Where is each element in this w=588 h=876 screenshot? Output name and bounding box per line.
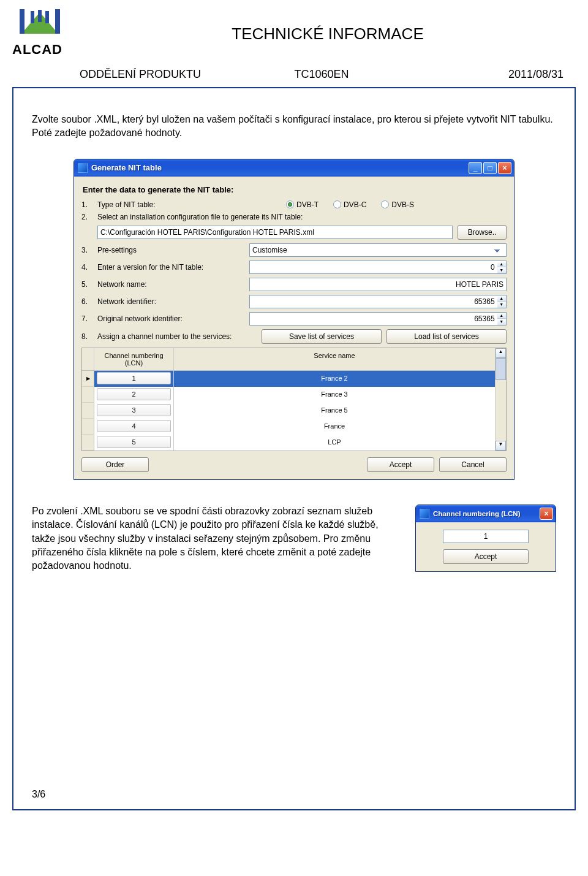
scrollbar[interactable]: ▲ ▼ — [495, 348, 506, 451]
radio-dvb-s[interactable]: DVB-S — [381, 200, 414, 209]
config-file-input[interactable] — [97, 226, 453, 239]
presettings-select[interactable]: Customise — [249, 243, 507, 257]
radio-icon — [286, 200, 294, 208]
table-row[interactable]: 4 France — [82, 419, 495, 435]
radio-label: DVB-T — [296, 200, 318, 209]
doc-date: 2011/08/31 — [402, 68, 564, 81]
lcn-cell[interactable]: 3 — [97, 404, 171, 416]
maximize-icon[interactable]: □ — [483, 162, 497, 174]
orig-network-id-input[interactable] — [249, 312, 497, 326]
svg-rect-3 — [31, 11, 34, 23]
intro-text: Zvolte soubor .XML, který byl uložen na … — [32, 113, 556, 140]
svg-rect-5 — [45, 11, 49, 23]
form-heading: Enter the data to generate the NIT table… — [83, 185, 507, 194]
col-header-name[interactable]: Service name — [174, 348, 495, 370]
version-label: Enter a version for the NIT table: — [97, 263, 244, 272]
load-services-button[interactable]: Load list of services — [386, 329, 507, 344]
radio-label: DVB-C — [344, 200, 366, 209]
minimize-icon[interactable]: _ — [469, 162, 482, 174]
page-frame: Zvolte soubor .XML, který byl uložen na … — [12, 87, 576, 810]
page-number: 3/6 — [32, 789, 45, 800]
dept-label: ODDĚLENÍ PRODUKTU — [80, 68, 241, 81]
doc-code: TC1060EN — [241, 68, 402, 81]
app-icon — [420, 509, 429, 519]
row-num: 5. — [81, 280, 92, 289]
name-cell[interactable]: France — [176, 420, 492, 432]
row-num: 6. — [81, 297, 92, 306]
svg-rect-1 — [20, 9, 24, 34]
row-indicator-icon — [82, 371, 94, 387]
row-num: 4. — [81, 263, 92, 272]
col-header-lcn[interactable]: Channel numbering (LCN) — [94, 348, 174, 370]
row-num: 2. — [81, 213, 92, 221]
lcn-cell[interactable]: 4 — [97, 420, 171, 432]
cancel-button[interactable]: Cancel — [439, 457, 507, 472]
radio-dvb-t[interactable]: DVB-T — [286, 200, 318, 209]
file-label: Select an installation configuration fil… — [97, 213, 507, 221]
table-row[interactable]: 5 LCP — [82, 435, 495, 451]
orig-network-id-label: Original network identifier: — [97, 314, 244, 323]
row-num: 8. — [81, 332, 92, 341]
scroll-down-icon[interactable]: ▼ — [496, 441, 506, 451]
logo-text: ALCAD — [12, 42, 67, 58]
network-id-input[interactable] — [249, 295, 497, 308]
table-row[interactable]: 3 France 5 — [82, 403, 495, 419]
name-cell[interactable]: France 5 — [176, 404, 492, 416]
radio-icon — [333, 200, 341, 208]
svg-rect-2 — [55, 9, 60, 34]
mini-titlebar[interactable]: Channel numbering (LCN) × — [416, 505, 556, 522]
row-num: 7. — [81, 314, 92, 323]
bottom-text: Po zvolení .XML souboru se ve spodní čás… — [32, 505, 397, 573]
lcn-cell[interactable]: 2 — [97, 388, 171, 400]
app-icon — [78, 163, 88, 173]
window-title: Generate NIT table — [91, 163, 469, 172]
scroll-up-icon[interactable]: ▲ — [496, 348, 506, 358]
table-row[interactable]: 2 France 3 — [82, 387, 495, 403]
save-services-button[interactable]: Save list of services — [262, 329, 382, 344]
page-header: ALCAD TECHNICKÉ INFORMACE ODDĚLENÍ PRODU… — [0, 0, 588, 87]
doc-title: TECHNICKÉ INFORMACE — [80, 25, 576, 44]
row-num: 1. — [81, 200, 92, 209]
name-cell[interactable]: France 2 — [176, 372, 492, 384]
radio-icon — [381, 200, 389, 208]
lcn-dialog: Channel numbering (LCN) × Accept — [415, 505, 556, 572]
scroll-thumb[interactable] — [496, 358, 506, 380]
alcad-logo: ALCAD — [12, 6, 67, 58]
lcn-value-input[interactable] — [443, 530, 529, 543]
browse-button[interactable]: Browse.. — [458, 225, 507, 240]
accept-button[interactable]: Accept — [367, 457, 434, 472]
lcn-cell[interactable]: 5 — [97, 436, 171, 448]
type-label: Type of NIT table: — [97, 200, 244, 209]
table-row[interactable]: 1 France 2 — [82, 371, 495, 387]
row-num: 3. — [81, 246, 92, 254]
services-table: Channel numbering (LCN) Service name 1 F… — [81, 348, 507, 451]
lcn-cell[interactable]: 1 — [97, 372, 171, 384]
network-id-label: Network identifier: — [97, 297, 244, 306]
close-icon[interactable]: × — [498, 162, 511, 174]
mini-title: Channel numbering (LCN) — [433, 510, 540, 517]
order-button[interactable]: Order — [81, 457, 149, 472]
name-cell[interactable]: LCP — [176, 436, 492, 448]
titlebar[interactable]: Generate NIT table _ □ × — [74, 159, 514, 177]
spinner-icon[interactable]: ▲▼ — [497, 312, 507, 326]
version-input[interactable] — [249, 261, 497, 274]
presettings-label: Pre-settings — [97, 246, 244, 254]
network-name-label: Network name: — [97, 280, 244, 289]
subheader: ODDĚLENÍ PRODUKTU TC1060EN 2011/08/31 — [80, 68, 576, 87]
radio-label: DVB-S — [391, 200, 414, 209]
generate-nit-window: Generate NIT table _ □ × Enter the data … — [74, 159, 514, 480]
close-icon[interactable]: × — [540, 508, 553, 520]
name-cell[interactable]: France 3 — [176, 388, 492, 400]
assign-label: Assign a channel number to the services: — [97, 332, 257, 341]
svg-rect-4 — [38, 10, 42, 22]
radio-dvb-c[interactable]: DVB-C — [333, 200, 366, 209]
spinner-icon[interactable]: ▲▼ — [497, 295, 507, 308]
mini-accept-button[interactable]: Accept — [443, 549, 529, 564]
network-name-input[interactable] — [249, 278, 507, 291]
spinner-icon[interactable]: ▲▼ — [497, 261, 507, 274]
